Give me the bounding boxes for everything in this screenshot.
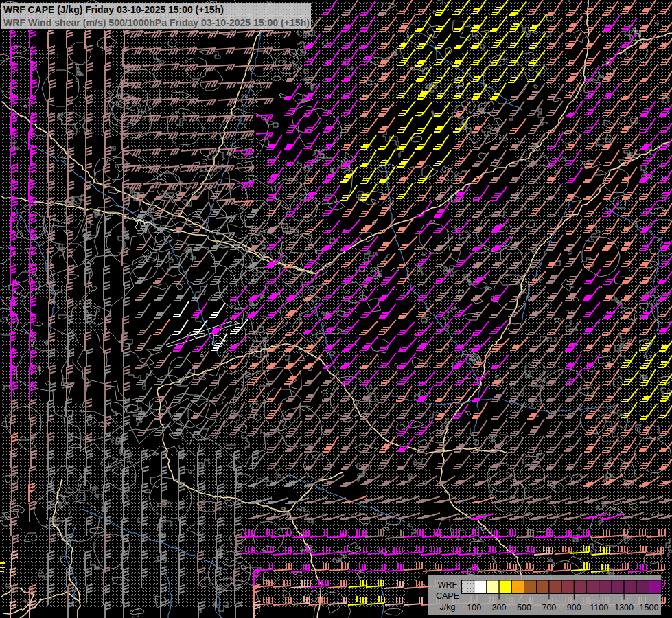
svg-text:1100: 1100 — [590, 603, 608, 613]
svg-text:100: 100 — [467, 603, 481, 613]
svg-text:J/kg: J/kg — [440, 602, 456, 612]
svg-text:WRF Wind shear (m/s) 500/1000h: WRF Wind shear (m/s) 500/1000hPa Friday … — [3, 16, 310, 28]
svg-text:WRF CAPE (J/kg) Friday 03-10-2: WRF CAPE (J/kg) Friday 03-10-2025 15:00 … — [3, 3, 224, 15]
svg-text:900: 900 — [567, 603, 581, 613]
svg-text:1300: 1300 — [614, 603, 634, 613]
svg-text:WRF: WRF — [438, 580, 458, 590]
svg-text:500: 500 — [517, 603, 531, 613]
svg-text:300: 300 — [492, 603, 507, 613]
svg-text:CAPE: CAPE — [436, 591, 459, 601]
svg-text:700: 700 — [542, 603, 556, 613]
svg-text:1500: 1500 — [640, 603, 659, 613]
